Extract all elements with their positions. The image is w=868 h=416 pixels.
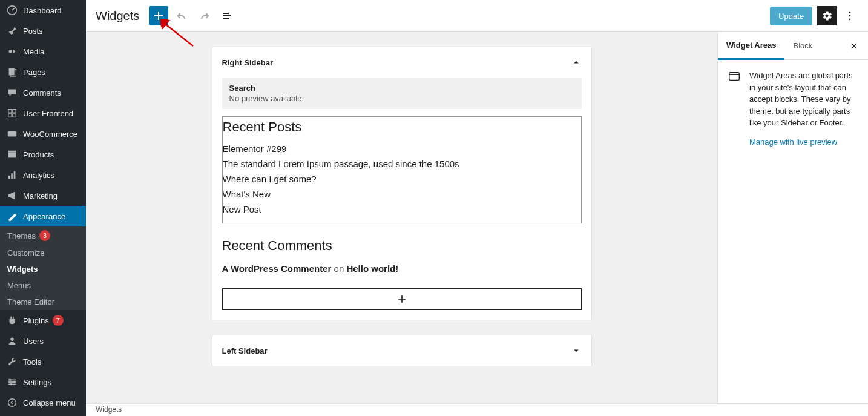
settings-tabs: Widget Areas Block xyxy=(718,32,868,60)
sidebar-item-label: Settings xyxy=(23,378,51,387)
recent-comments-block[interactable]: Recent Comments A WordPress Commenter on… xyxy=(222,233,582,274)
sidebar-item-marketing[interactable]: Marketing xyxy=(0,185,86,206)
widget-area-header[interactable]: Right Sidebar xyxy=(212,47,591,78)
sidebar-item-comments[interactable]: Comments xyxy=(0,82,86,103)
breadcrumb: Widgets xyxy=(86,403,868,416)
sidebar-item-products[interactable]: Products xyxy=(0,144,86,165)
submenu-label: Customize xyxy=(7,248,44,257)
more-options-button[interactable] xyxy=(841,6,858,25)
sidebar-item-users[interactable]: Users xyxy=(0,331,86,351)
sidebar-item-label: Plugins xyxy=(23,316,49,325)
sidebar-item-tools[interactable]: Tools xyxy=(0,351,86,372)
legacy-widget-title: Search xyxy=(229,84,574,93)
submenu-label: Menus xyxy=(7,281,31,290)
submenu-item-customize[interactable]: Customize xyxy=(0,245,86,261)
sidebar-item-label: Posts xyxy=(23,27,43,36)
pin-icon xyxy=(6,25,18,37)
svg-point-17 xyxy=(8,399,16,407)
sidebar-item-label: Pages xyxy=(23,68,45,77)
page-title: Widgets xyxy=(96,9,139,23)
close-panel-button[interactable] xyxy=(845,37,863,55)
sidebar-item-label: Dashboard xyxy=(23,6,62,15)
recent-post-item[interactable]: What's New xyxy=(223,187,581,202)
legacy-widget-search[interactable]: Search No preview available. xyxy=(222,78,582,109)
svg-rect-5 xyxy=(8,152,16,157)
legacy-widget-subtitle: No preview available. xyxy=(229,94,574,103)
svg-point-10 xyxy=(10,338,13,341)
sidebar-item-pages[interactable]: Pages xyxy=(0,62,86,82)
sidebar-item-label: Appearance xyxy=(23,212,65,221)
submenu-item-menus[interactable]: Menus xyxy=(0,277,86,294)
admin-sidebar: DashboardPostsMediaPagesCommentsUser Fro… xyxy=(0,0,86,416)
settings-icon xyxy=(6,376,18,388)
users-icon xyxy=(6,335,18,347)
undo-button[interactable] xyxy=(172,6,191,25)
svg-rect-9 xyxy=(14,171,16,179)
submenu-label: Widgets xyxy=(7,265,38,274)
recent-post-item[interactable]: New Post xyxy=(223,202,581,217)
products-icon xyxy=(6,148,18,160)
tab-block[interactable]: Block xyxy=(784,33,821,59)
svg-rect-4 xyxy=(8,131,16,137)
recent-post-item[interactable]: The standard Lorem Ipsum passage, used s… xyxy=(223,156,581,171)
plus-icon xyxy=(396,293,408,305)
sidebar-item-analytics[interactable]: Analytics xyxy=(0,165,86,185)
comments-icon xyxy=(6,87,18,99)
submenu-item-widgets[interactable]: Widgets xyxy=(0,261,86,277)
widget-area-header[interactable]: Left Sidebar xyxy=(212,335,591,366)
sidebar-item-label: WooCommerce xyxy=(23,130,77,139)
submenu-label: Themes xyxy=(7,231,36,240)
sidebar-item-label: User Frontend xyxy=(23,109,73,118)
sidebar-item-label: Analytics xyxy=(23,171,54,180)
sidebar-item-woocommerce[interactable]: WooCommerce xyxy=(0,124,86,144)
svg-rect-7 xyxy=(8,176,10,179)
sidebar-item-collapse-menu[interactable]: Collapse menu xyxy=(0,392,86,413)
editor-canvas: Right Sidebar Search No preview availabl… xyxy=(86,32,717,403)
panel-description: Widget Areas are global parts in your si… xyxy=(749,70,858,129)
sidebar-item-label: Products xyxy=(23,150,54,159)
widget-areas-icon xyxy=(728,70,742,147)
submenu-item-themes[interactable]: Themes3 xyxy=(0,226,86,245)
recent-post-item[interactable]: Where can I get some? xyxy=(223,171,581,187)
recent-post-item[interactable]: Elementor #299 xyxy=(223,141,581,156)
sidebar-item-plugins[interactable]: Plugins7 xyxy=(0,310,86,331)
svg-point-1 xyxy=(9,50,12,53)
svg-rect-6 xyxy=(8,151,16,153)
update-button[interactable]: Update xyxy=(770,7,812,25)
marketing-icon xyxy=(6,190,18,202)
comment-line: A WordPress Commenter on Hello world! xyxy=(222,263,582,274)
tab-widget-areas[interactable]: Widget Areas xyxy=(718,32,784,60)
redo-button[interactable] xyxy=(195,6,214,25)
badge: 7 xyxy=(53,315,64,326)
manage-live-preview-link[interactable]: Manage with live preview xyxy=(749,137,858,147)
widget-area-title: Left Sidebar xyxy=(222,346,268,355)
sidebar-item-posts[interactable]: Posts xyxy=(0,21,86,41)
svg-point-18 xyxy=(849,12,851,13)
sidebar-item-user-frontend[interactable]: User Frontend xyxy=(0,103,86,124)
svg-point-15 xyxy=(13,381,16,383)
settings-panel: Widget Areas Block Widget Areas are glob… xyxy=(717,32,868,403)
breadcrumb-item[interactable]: Widgets xyxy=(96,405,122,414)
widget-area-right-sidebar: Right Sidebar Search No preview availabl… xyxy=(212,47,592,320)
woo-icon xyxy=(6,128,18,140)
add-block-button[interactable] xyxy=(222,288,582,310)
recent-posts-block[interactable]: Recent Posts Elementor #299The standard … xyxy=(222,116,582,223)
sidebar-item-dashboard[interactable]: Dashboard xyxy=(0,0,86,21)
settings-button[interactable] xyxy=(817,6,837,25)
add-block-toggle[interactable] xyxy=(149,6,168,25)
svg-rect-21 xyxy=(729,73,740,81)
tools-icon xyxy=(6,355,18,368)
badge: 3 xyxy=(39,230,50,241)
comment-on: on xyxy=(331,263,346,274)
editor-header: Widgets Update xyxy=(86,0,868,32)
svg-point-20 xyxy=(849,19,851,21)
svg-point-19 xyxy=(849,15,851,17)
sidebar-item-settings[interactable]: Settings xyxy=(0,372,86,392)
list-view-button[interactable] xyxy=(218,6,237,25)
sidebar-item-appearance[interactable]: Appearance xyxy=(0,206,86,226)
sidebar-item-label: Marketing xyxy=(23,191,58,200)
submenu-item-theme-editor[interactable]: Theme Editor xyxy=(0,294,86,310)
media-icon xyxy=(6,45,18,58)
sidebar-item-media[interactable]: Media xyxy=(0,41,86,62)
submenu-label: Theme Editor xyxy=(7,297,54,306)
